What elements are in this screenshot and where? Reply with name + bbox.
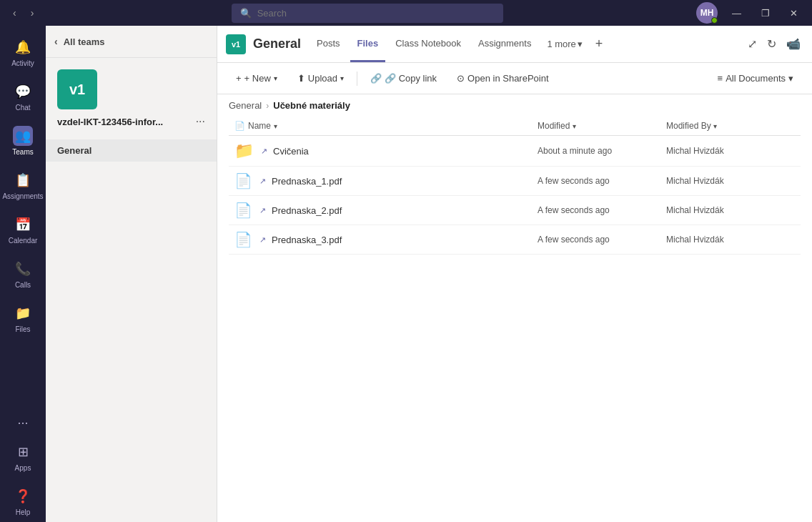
assignments-icon: 📋	[13, 170, 33, 190]
nav-buttons: ‹ ›	[9, 6, 38, 20]
modified-by-header-label: Modified By	[666, 121, 711, 131]
modified-by-column-header[interactable]: Modified By ▾	[666, 121, 795, 131]
name-column-header[interactable]: 📄 Name ▾	[234, 121, 538, 131]
teams-icon: 👥	[13, 126, 33, 146]
channel-title: General	[253, 36, 301, 51]
all-docs-chevron-icon: ▾	[788, 73, 793, 84]
pin-icon: ↗	[259, 177, 266, 186]
refresh-button[interactable]: ↻	[764, 34, 779, 54]
sidebar-item-chat[interactable]: 💬 Chat	[4, 76, 41, 117]
toolbar-separator	[357, 72, 357, 86]
pin-icon: ↗	[261, 147, 267, 156]
upload-button[interactable]: ⬆ Upload ▾	[290, 69, 351, 88]
team-name: vzdel-IKT-123456-infor...	[57, 117, 190, 127]
sort-name-icon: ▾	[274, 122, 277, 130]
table-row[interactable]: 📄 ↗ Prednaska_2.pdf A few seconds ago Mi…	[229, 196, 801, 225]
avatar[interactable]: MH	[696, 2, 718, 24]
team-info: v1 vzdel-IKT-123456-infor... ···	[46, 58, 217, 139]
pdf-icon: 📄	[234, 202, 252, 219]
channel-general[interactable]: General	[46, 139, 217, 162]
copy-link-label: 🔗 Copy link	[385, 73, 437, 84]
chat-icon: 💬	[13, 82, 33, 102]
sidebar-item-help[interactable]: ❓ Help	[4, 481, 41, 522]
tab-classnotebook[interactable]: Class Notebook	[388, 26, 468, 62]
file-name-cell: 📄 ↗ Prednaska_1.pdf	[234, 172, 538, 189]
team-options-button[interactable]: ···	[196, 115, 205, 128]
upload-chevron-icon: ▾	[340, 74, 344, 82]
file-name: Prednaska_1.pdf	[272, 176, 342, 187]
tab-posts[interactable]: Posts	[310, 26, 347, 62]
help-icon: ❓	[13, 486, 33, 506]
toolbar: + + New ▾ ⬆ Upload ▾ 🔗 🔗 Copy link ⊙ Ope…	[217, 63, 812, 94]
files-icon: 📁	[13, 303, 33, 323]
file-modified-by: Michal Hvizdák	[666, 146, 795, 156]
copy-link-button[interactable]: 🔗 🔗 Copy link	[363, 69, 444, 88]
breadcrumb-separator: ›	[266, 101, 269, 111]
all-teams-button[interactable]: ‹ All teams	[46, 26, 217, 58]
add-tab-button[interactable]: +	[591, 34, 608, 54]
search-input[interactable]	[257, 8, 495, 19]
forward-button[interactable]: ›	[26, 6, 39, 20]
all-docs-label: All Documents	[726, 73, 786, 84]
sharepoint-icon: ⊙	[457, 73, 465, 84]
tab-files[interactable]: Files	[350, 26, 386, 62]
search-icon: 🔍	[240, 8, 252, 19]
chevron-down-icon: ▾	[578, 39, 583, 49]
sidebar: 🔔 Activity 💬 Chat 👥 Teams 📋 Assignments …	[0, 26, 46, 522]
apps-icon: ⊞	[13, 442, 33, 462]
avatar-status	[711, 17, 718, 24]
table-row[interactable]: 📁 ↗ Cvičenia About a minute ago Michal H…	[229, 136, 801, 167]
upload-label: Upload	[308, 73, 337, 84]
all-teams-label: All teams	[64, 36, 105, 47]
folder-icon: 📁	[234, 142, 254, 160]
team-avatar: v1	[57, 69, 97, 109]
tab-bar: v1 General Posts Files Class Notebook As…	[217, 26, 812, 63]
file-table-header: 📄 Name ▾ Modified ▾ Modified By ▾	[229, 117, 801, 136]
pdf-icon: 📄	[234, 231, 252, 248]
minimize-button[interactable]: —	[726, 6, 747, 20]
sidebar-item-calls[interactable]: 📞 Calls	[4, 253, 41, 295]
file-name-cell: 📁 ↗ Cvičenia	[234, 142, 538, 160]
restore-button[interactable]: ❐	[756, 6, 776, 20]
file-modified-by: Michal Hvizdák	[666, 176, 795, 186]
sharepoint-label: Open in SharePoint	[467, 73, 548, 84]
file-name: Prednaska_3.pdf	[272, 235, 342, 245]
meeting-button[interactable]: 📹	[783, 34, 803, 54]
open-sharepoint-button[interactable]: ⊙ Open in SharePoint	[450, 69, 555, 88]
modified-header-label: Modified	[538, 121, 570, 131]
sidebar-item-activity[interactable]: 🔔 Activity	[4, 31, 41, 73]
team-panel: ‹ All teams v1 vzdel-IKT-123456-infor...…	[46, 26, 217, 522]
link-icon: 🔗	[370, 73, 382, 84]
new-button[interactable]: + + New ▾	[229, 69, 284, 88]
pdf-icon: 📄	[234, 172, 252, 189]
sidebar-item-teams[interactable]: 👥 Teams	[4, 120, 41, 162]
close-button[interactable]: ✕	[784, 6, 803, 20]
sidebar-item-files[interactable]: 📁 Files	[4, 297, 41, 339]
back-button[interactable]: ‹	[9, 6, 21, 20]
modified-column-header[interactable]: Modified ▾	[538, 121, 666, 131]
table-row[interactable]: 📄 ↗ Prednaska_1.pdf A few seconds ago Mi…	[229, 167, 801, 196]
file-modified: A few seconds ago	[538, 205, 666, 215]
file-name: Prednaska_2.pdf	[272, 205, 342, 216]
more-apps-button[interactable]: ···	[17, 415, 28, 430]
breadcrumb-root[interactable]: General	[229, 100, 262, 111]
file-modified-by: Michal Hvizdák	[666, 235, 795, 245]
expand-button[interactable]: ⤢	[745, 34, 760, 54]
search-box: 🔍	[232, 4, 503, 23]
file-name: Cvičenia	[273, 146, 309, 157]
channel-badge: v1	[226, 34, 246, 54]
tab-more-button[interactable]: 1 more ▾	[541, 26, 588, 62]
pin-icon: ↗	[259, 235, 266, 245]
sidebar-label-activity: Activity	[11, 59, 34, 67]
plus-icon: +	[236, 73, 242, 84]
table-row[interactable]: 📄 ↗ Prednaska_3.pdf A few seconds ago Mi…	[229, 225, 801, 255]
tab-assignments[interactable]: Assignments	[471, 26, 538, 62]
sidebar-item-assignments[interactable]: 📋 Assignments	[4, 164, 41, 206]
team-name-row: vzdel-IKT-123456-infor... ···	[57, 115, 205, 128]
all-documents-button[interactable]: ≡ All Documents ▾	[710, 69, 801, 88]
file-name-cell: 📄 ↗ Prednaska_3.pdf	[234, 231, 538, 248]
sidebar-item-apps[interactable]: ⊞ Apps	[4, 436, 41, 478]
avatar-initials: MH	[700, 8, 714, 18]
title-bar: ‹ › 🔍 MH — ❐ ✕	[0, 0, 812, 26]
sidebar-item-calendar[interactable]: 📅 Calendar	[4, 209, 41, 250]
